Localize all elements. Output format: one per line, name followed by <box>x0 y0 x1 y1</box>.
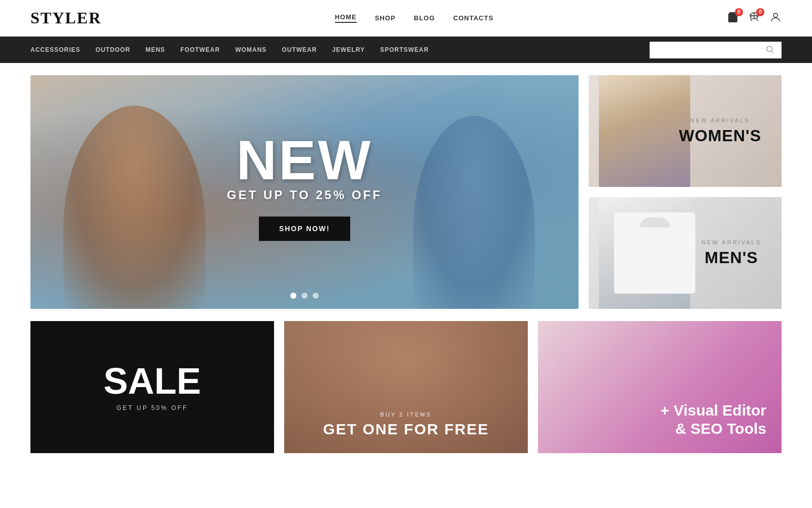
womens-photo <box>599 75 690 187</box>
hero-slide: NEW GET UP TO 25% OFF SHOP NOW! <box>30 75 579 309</box>
search-icon <box>765 45 774 54</box>
cat-sportswear[interactable]: SPORTSWEAR <box>380 46 429 53</box>
dot-3[interactable] <box>313 293 319 299</box>
sale-title: SALE <box>104 363 201 399</box>
bottom-banners: SALE GET UP 50% OFF BUY 2 ITEMS GET ONE … <box>0 321 812 465</box>
nav-shop[interactable]: SHOP <box>375 14 396 22</box>
cart-badge: 0 <box>735 8 743 16</box>
mens-panel-text: NEW ARRIVALS MEN'S <box>701 239 761 267</box>
hero-new-label: NEW <box>227 132 382 188</box>
cat-outwear[interactable]: OUTWEAR <box>282 46 317 53</box>
cat-outdoor[interactable]: OUTDOOR <box>95 46 130 53</box>
svg-point-4 <box>767 46 772 52</box>
free-title: GET ONE FOR FREE <box>323 421 489 438</box>
hero-slider[interactable]: NEW GET UP TO 25% OFF SHOP NOW! <box>30 75 579 309</box>
visual-editor-prefix: + Visual Editor <box>660 401 766 420</box>
shirt-graphic <box>614 212 695 294</box>
nav-home[interactable]: HOME <box>335 13 357 23</box>
compare-icon-wrap[interactable]: 0 <box>748 11 760 25</box>
brand-logo[interactable]: STYLER <box>30 9 101 27</box>
womens-panel-text: NEW ARRIVALS WOMEN'S <box>679 117 761 145</box>
visual-editor-banner[interactable]: + Visual Editor & SEO Tools <box>538 321 782 453</box>
cat-footwear[interactable]: FOOTWEAR <box>180 46 220 53</box>
womens-category-name: WOMEN'S <box>679 126 761 145</box>
hero-subtitle: GET UP TO 25% OFF <box>227 188 382 202</box>
buy-label: BUY 2 ITEMS <box>380 411 431 418</box>
cat-jewelry[interactable]: JEWELRY <box>332 46 365 53</box>
account-icon <box>769 11 782 23</box>
main-navigation: HOME SHOP BLOG CONTACTS <box>335 13 494 23</box>
search-box <box>650 42 782 58</box>
nav-contacts[interactable]: CONTACTS <box>453 14 493 22</box>
header-icons: 0 0 <box>727 11 782 25</box>
cat-womans[interactable]: WOMANS <box>235 46 266 53</box>
category-navigation: ACCESSORIES OUTDOOR MENS FOOTWEAR WOMANS… <box>0 37 812 63</box>
mens-panel[interactable]: NEW ARRIVALS MEN'S <box>589 197 782 309</box>
cat-accessories[interactable]: ACCESSORIES <box>30 46 80 53</box>
search-button[interactable] <box>765 45 774 55</box>
svg-point-3 <box>773 13 777 17</box>
main-content: NEW GET UP TO 25% OFF SHOP NOW! NEW ARRI… <box>0 63 812 321</box>
visual-editor-suffix: & SEO Tools <box>660 420 766 438</box>
shop-now-button[interactable]: SHOP NOW! <box>259 216 350 241</box>
nav-blog[interactable]: BLOG <box>414 14 435 22</box>
dot-1[interactable] <box>290 293 296 299</box>
womens-panel[interactable]: NEW ARRIVALS WOMEN'S <box>589 75 782 187</box>
free-banner[interactable]: BUY 2 ITEMS GET ONE FOR FREE <box>284 321 528 453</box>
mens-photo <box>599 197 690 309</box>
mens-category-name: MEN'S <box>701 248 761 267</box>
account-icon-wrap[interactable] <box>769 11 782 25</box>
womens-arrivals-label: NEW ARRIVALS <box>679 117 761 123</box>
sale-subtitle: GET UP 50% OFF <box>117 404 188 411</box>
slider-dots <box>290 293 319 299</box>
compare-badge: 0 <box>756 8 764 16</box>
visual-editor-text: + Visual Editor & SEO Tools <box>660 401 766 438</box>
dot-2[interactable] <box>301 293 308 299</box>
category-links: ACCESSORIES OUTDOOR MENS FOOTWEAR WOMANS… <box>30 46 429 53</box>
sale-banner[interactable]: SALE GET UP 50% OFF <box>30 321 274 453</box>
search-input[interactable] <box>657 46 765 54</box>
svg-point-1 <box>751 15 753 16</box>
right-panels: NEW ARRIVALS WOMEN'S NEW ARRIVALS MEN'S <box>589 75 782 309</box>
cat-mens[interactable]: MENS <box>146 46 165 53</box>
hero-text: NEW GET UP TO 25% OFF SHOP NOW! <box>227 132 382 241</box>
top-header: STYLER HOME SHOP BLOG CONTACTS 0 0 <box>0 0 812 37</box>
svg-line-5 <box>771 51 773 52</box>
mens-arrivals-label: NEW ARRIVALS <box>701 239 761 245</box>
cart-icon-wrap[interactable]: 0 <box>727 11 739 25</box>
